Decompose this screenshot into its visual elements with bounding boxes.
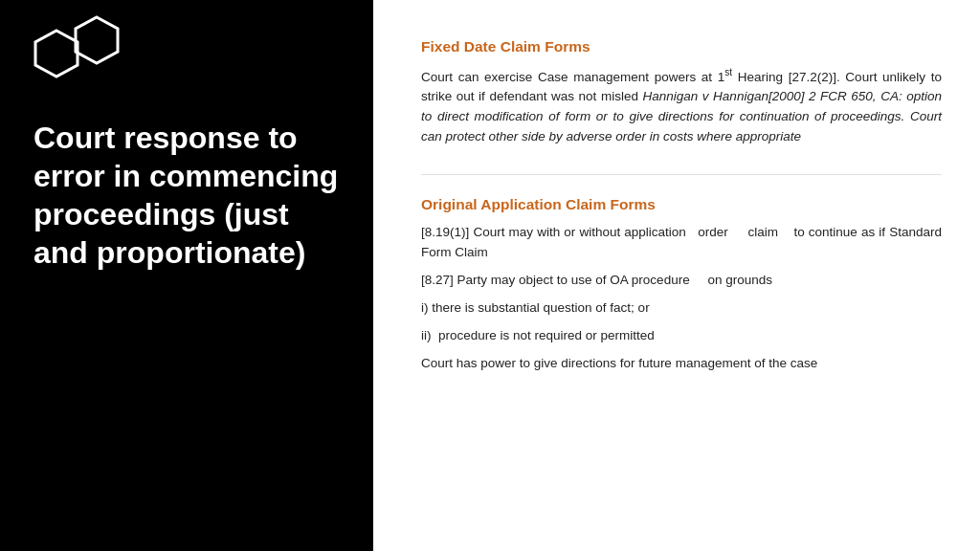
hexagons-logo bbox=[33, 29, 345, 80]
svg-marker-0 bbox=[35, 31, 78, 77]
original-application-title: Original Application Claim Forms bbox=[421, 196, 942, 213]
fixed-date-body: Court can exercise Case management power… bbox=[421, 65, 942, 147]
sidebar-title: Court response to error in commencing pr… bbox=[33, 119, 345, 272]
oa-para-3: i) there is substantial question of fact… bbox=[421, 298, 942, 319]
oa-para-4: ii) procedure is not required or permitt… bbox=[421, 326, 942, 346]
oa-para-1: [8.19(1)] Court may with or without appl… bbox=[421, 223, 942, 263]
svg-marker-1 bbox=[76, 17, 118, 63]
main-content: Fixed Date Claim Forms Court can exercis… bbox=[373, 0, 980, 551]
sidebar: Court response to error in commencing pr… bbox=[0, 0, 373, 551]
original-application-body: [8.19(1)] Court may with or without appl… bbox=[421, 223, 942, 374]
fixed-date-para-1: Court can exercise Case management power… bbox=[421, 65, 942, 147]
original-application-section: Original Application Claim Forms [8.19(1… bbox=[421, 196, 942, 374]
section-divider bbox=[421, 174, 942, 175]
logo-area bbox=[33, 29, 345, 80]
oa-para-5: Court has power to give directions for f… bbox=[421, 354, 942, 374]
fixed-date-section: Fixed Date Claim Forms Court can exercis… bbox=[421, 38, 942, 147]
hex-icon-2 bbox=[74, 15, 120, 67]
fixed-date-title: Fixed Date Claim Forms bbox=[421, 38, 942, 55]
oa-para-2: [8.27] Party may object to use of OA pro… bbox=[421, 271, 942, 291]
hex-icon-1 bbox=[33, 29, 79, 80]
